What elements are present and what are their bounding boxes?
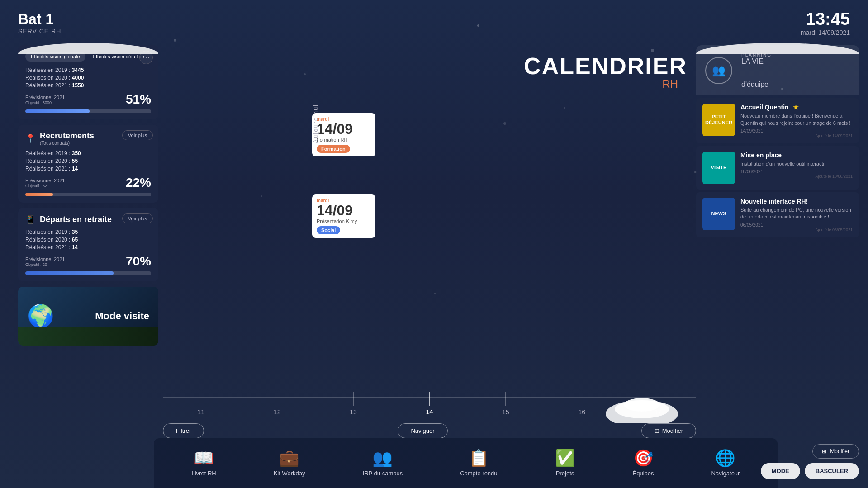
departs-icon: 📱 [25,214,35,224]
vie-equipe-label-area: PLANNING LA VIE d'équipe [741,52,772,88]
mode-visite-card[interactable]: 🌍 Mode visite [18,287,158,346]
recrutements-stat-2019: Réalisés en 2019 : 350 [25,150,151,156]
mode-visite-text: Mode visite [95,310,149,322]
timeline-day-11: 11 [197,392,204,416]
modifier-right-button[interactable]: ⊞ Modifier [812,444,859,459]
departs-title: Départs en retraite [40,215,112,224]
planning-icon-circle: 👥 [705,57,732,84]
departs-progress-bar [25,271,151,275]
recrutements-subtitle: (Tous contrats) [40,141,94,146]
equipes-label: Équipes [633,470,654,477]
building-name: Bat 1 [18,11,61,28]
recrutements-stat-2021: Réalisés en 2021 : 14 [25,166,151,172]
departs-progress-fill [25,271,114,275]
news-star-1: ★ [793,104,799,111]
recrutements-title: Recrutements [40,131,94,141]
effectifs-card: Effectifs vision globale Effectifs visio… [18,45,158,119]
departs-stat-2020: Réalisés en 2020 : 65 [25,237,151,243]
news-ajout-2: Ajouté le 10/06/2021 [740,174,853,179]
news-date-1: 14/09/2021 [740,128,853,133]
topbar-left: Bat 1 SERVICE RH [18,11,61,35]
timeline-day-15: 15 [502,392,509,416]
vie-equipe-title: LA VIE d'équipe [741,57,772,88]
recrutements-objectif: Objectif : 62 [25,184,65,188]
modifier-calendar-button[interactable]: ⊞ Modifier [641,423,696,438]
current-date: mardi 14/09/2021 [801,29,850,36]
news-card-3[interactable]: NEWS Nouvelle interface RH! Suite au cha… [696,192,859,237]
nav-item-compte-rendu[interactable]: 📋 Compte rendu [453,446,504,480]
mode-button[interactable]: MODE [761,463,800,479]
modifier-calendar-label: Modifier [662,427,683,434]
news-title-1: Accueil Quentin ★ [740,104,853,111]
recrutements-icon: 📍 [25,133,35,143]
naviguer-button[interactable]: Naviguer [398,423,447,438]
event-card-1[interactable]: mardi 14/09 Formation RH Formation [312,113,375,156]
departs-previsionnel: Prévisionnel 2021 Objectif : 20 70% [25,254,151,269]
timeline-day-13: 13 [350,392,357,416]
news-card-1[interactable]: PETITDÉJEUNER Accueil Quentin ★ Nouveau … [696,98,859,143]
navigateur-icon: 🌐 [715,450,735,466]
bottom-nav: 📖 Livret RH 💼 Kit Workday 👥 IRP du campu… [154,438,778,488]
nav-item-projets[interactable]: ✅ Projets [548,446,583,480]
event-2-date: 14/09 [317,203,371,218]
livret-rh-label: Livret RH [192,470,216,477]
event-1-date: 14/09 [317,122,371,136]
modifier-calendar-icon: ⊞ [655,427,659,434]
timeline-area: Aujourd'hui mardi 14/09 Formation RH For… [163,99,696,443]
equipes-icon: 🎯 [633,450,654,466]
news-desc-3: Suite au changement de PC, une nouvelle … [740,207,853,221]
navigateur-label: Navigateur [711,470,740,477]
event-card-2[interactable]: mardi 14/09 Présentation Kimy Social [312,194,375,238]
news-title-3: Nouvelle interface RH! [740,198,853,205]
vie-equipe-subtitle: d'équipe [741,81,772,89]
svg-point-2 [624,398,660,412]
nav-item-kit-workday[interactable]: 💼 Kit Workday [266,446,313,480]
service-name: SERVICE RH [18,28,61,35]
bottom-right-area: ⊞ Modifier MODE BASCULER [761,444,859,479]
event-2-name: Présentation Kimy [317,218,371,224]
event-2-badge: Social [317,226,340,234]
filtrer-button[interactable]: Filtrer [163,423,204,438]
current-time: 13:45 [801,9,850,29]
effectifs-stat-2019: Réalisés en 2019 : 3445 [25,67,151,73]
projets-icon: ✅ [555,450,575,466]
calendar-subtitle: RH [163,78,678,90]
basculer-button[interactable]: BASCULER [805,463,859,479]
timeline-day-16: 16 [579,392,586,416]
nav-item-equipes[interactable]: 🎯 Équipes [626,446,661,480]
news-desc-2: Installation d'un nouvelle outil interac… [740,161,853,167]
news-content-3: Nouvelle interface RH! Suite au changeme… [740,198,853,232]
effectifs-progress-bar [25,109,151,113]
modifier-right-label: Modifier [830,448,849,455]
irp-campus-icon: 👥 [372,450,393,466]
timeline-day-14: 14 [426,392,433,416]
right-panel: 👥 PLANNING LA VIE d'équipe PETITDÉJEUNER… [696,45,859,237]
recrutements-stat-2020: Réalisés en 2020 : 55 [25,158,151,164]
news-card-2[interactable]: VISITE Mise en place Installation d'un n… [696,146,859,190]
departs-stat-2021: Réalisés en 2021 : 14 [25,244,151,251]
effectifs-progress-fill [25,109,90,113]
timeline-day-12: 12 [274,392,281,416]
livret-rh-icon: 📖 [194,450,214,466]
recrutements-previsionnel: Prévisionnel 2021 Objectif : 62 22% [25,175,151,190]
news-ajout-1: Ajouté le 14/09/2021 [740,133,853,138]
calendar-panel: CALENDRIER RH Aujourd'hui mardi 14/09 Fo… [163,45,696,443]
left-panel: Effectifs vision globale Effectifs visio… [18,45,158,346]
nav-item-irp-campus[interactable]: 👥 IRP du campus [356,446,410,480]
nav-item-livret-rh[interactable]: 📖 Livret RH [185,446,223,480]
news-thumb-3: NEWS [702,198,735,230]
mode-basculer-row: MODE BASCULER [761,463,859,479]
recrutements-voir-plus-button[interactable]: Voir plus [122,130,153,140]
departs-stat-2019: Réalisés en 2019 : 35 [25,229,151,235]
departs-card: 📱 Départs en retraite Voir plus Réalisés… [18,208,158,281]
calendar-title: CALENDRIER [163,54,687,78]
compte-rendu-icon: 📋 [469,450,489,466]
today-label: Aujourd'hui [312,104,319,143]
departs-voir-plus-button[interactable]: Voir plus [122,213,153,223]
nav-item-navigateur[interactable]: 🌐 Navigateur [704,446,747,480]
departs-previsionnel-label: Prévisionnel 2021 [25,256,65,262]
irp-campus-label: IRP du campus [363,470,403,477]
effectifs-stat-2021: Réalisés en 2021 : 1550 [25,82,151,89]
news-content-2: Mise en place Installation d'un nouvelle… [740,152,853,179]
event-1-badge: Formation [317,145,350,153]
